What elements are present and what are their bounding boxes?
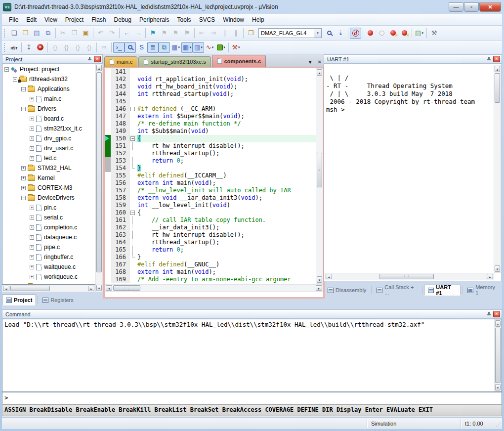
command-vscrollbar[interactable]: ▴ ▾: [494, 319, 502, 391]
show-next-statement-button[interactable]: ↧: [23, 42, 35, 53]
tree-item-cortex-m3[interactable]: +CORTEX-M3: [2, 183, 102, 193]
tree-expander-icon[interactable]: +: [21, 186, 26, 190]
analysis-window-button[interactable]: ∿▾: [204, 42, 215, 53]
disable-all-breakpoints-button[interactable]: [387, 28, 399, 39]
command-panel-close-icon[interactable]: ×: [493, 311, 500, 317]
scroll-down-icon[interactable]: ▾: [495, 384, 501, 390]
menu-svcs[interactable]: SVCS: [195, 15, 219, 25]
symbol-window-button[interactable]: S: [136, 42, 147, 53]
close-button[interactable]: ✕: [479, 2, 501, 12]
resize-grip[interactable]: [495, 419, 502, 428]
uart-panel-close-icon[interactable]: ×: [493, 56, 500, 62]
configure-target-button[interactable]: ⚒: [428, 28, 440, 39]
tab-uart-1[interactable]: UART #1: [424, 285, 461, 296]
menu-peripherals[interactable]: Peripherals: [135, 15, 173, 25]
step-over-button[interactable]: {}: [61, 42, 72, 53]
tree-expander-icon[interactable]: +: [30, 136, 34, 141]
tab-list-dropdown-icon[interactable]: ▼: [308, 59, 313, 65]
vscroll-thumb[interactable]: [96, 72, 102, 272]
tree-expander-icon[interactable]: +: [30, 156, 34, 161]
tree-expander-icon[interactable]: +: [30, 127, 34, 131]
scroll-down-icon[interactable]: ▾: [317, 276, 322, 283]
uncomment-button[interactable]: ∦: [230, 28, 242, 39]
document-tab-main-c[interactable]: main.c: [104, 56, 137, 67]
navigate-back-button[interactable]: ←: [121, 28, 132, 39]
tree-item-pipe-c[interactable]: +pipe.c: [2, 242, 102, 252]
navigate-forward-button[interactable]: →: [132, 28, 144, 39]
dropdown-arrow-icon[interactable]: ▾: [421, 31, 423, 35]
redo-button[interactable]: ↷: [106, 28, 118, 39]
tab-disassembly[interactable]: Disassembly: [324, 285, 370, 296]
tree-expander-icon[interactable]: +: [30, 275, 34, 279]
toolbox-button[interactable]: ⚒▾: [230, 42, 242, 53]
tree-expander-icon[interactable]: −: [21, 87, 26, 91]
scroll-right-icon[interactable]: ▸: [88, 286, 94, 291]
dropdown-arrow-icon[interactable]: ▾: [238, 45, 240, 49]
tree-expander-icon[interactable]: +: [30, 206, 34, 210]
close-document-icon[interactable]: ✕: [318, 59, 322, 65]
vscroll-thumb[interactable]: [495, 73, 500, 103]
tree-item-led-c[interactable]: +led.c: [2, 153, 102, 163]
tree-expander-icon[interactable]: −: [21, 107, 26, 111]
scroll-right-icon[interactable]: ▸: [487, 274, 493, 279]
vscroll-thumb[interactable]: [495, 328, 501, 383]
tree-expander-icon[interactable]: +: [30, 216, 34, 220]
start-stop-debug-button[interactable]: d: [350, 28, 361, 39]
paste-button[interactable]: ▣: [80, 28, 91, 39]
tree-item-completion-c[interactable]: +completion.c: [2, 222, 102, 232]
tab-call-stack[interactable]: Call Stack + ...: [373, 285, 421, 296]
enable-breakpoint-button[interactable]: [376, 28, 387, 39]
scroll-up-icon[interactable]: ▴: [96, 65, 102, 71]
scroll-up-icon[interactable]: ▴: [495, 320, 501, 327]
call-stack-window-button[interactable]: ⧉: [159, 42, 170, 53]
hscroll-thumb[interactable]: ⋮⋮: [379, 274, 434, 279]
tab-registers[interactable]: Registers: [39, 295, 77, 305]
unindent-button[interactable]: ⇤: [196, 28, 208, 39]
pin-icon[interactable]: [87, 56, 92, 62]
run-to-cursor-button[interactable]: {}: [84, 42, 95, 53]
project-tree-vscrollbar[interactable]: ▴ ▾: [95, 64, 103, 292]
menu-file[interactable]: File: [5, 15, 22, 25]
pin-icon[interactable]: [486, 56, 492, 62]
project-tree-hscrollbar[interactable]: ◂ ▸: [2, 285, 95, 292]
system-viewer-button[interactable]: ▾: [215, 42, 227, 53]
tree-expander-icon[interactable]: +: [30, 255, 34, 259]
dropdown-arrow-icon[interactable]: ▾: [201, 45, 203, 49]
tree-expander-icon[interactable]: +: [30, 146, 34, 151]
tree-expander-icon[interactable]: +: [21, 166, 26, 171]
title-bar[interactable]: Vs D:\rt-thread\rt-thread-3.0.3\bsp\stm3…: [0, 0, 504, 14]
project-panel-close-icon[interactable]: ×: [94, 56, 101, 62]
scroll-down-icon[interactable]: ▾: [96, 285, 102, 291]
undo-button[interactable]: ↶: [95, 28, 106, 39]
hscroll-thumb[interactable]: [10, 286, 50, 291]
cut-button[interactable]: ✂: [57, 28, 69, 39]
run-button[interactable]: ⇒: [98, 42, 110, 53]
tree-item-kernel[interactable]: +Kernel: [2, 173, 102, 183]
clear-bookmarks-button[interactable]: ⚑: [181, 28, 193, 39]
tree-item-drv-usart-c[interactable]: +drv_usart.c: [2, 143, 102, 153]
combo-dropdown-icon[interactable]: ▾: [314, 29, 321, 38]
menu-window[interactable]: Window: [219, 15, 248, 25]
memory-window-button[interactable]: ▦▾: [181, 42, 193, 53]
search-combobox[interactable]: DMA2_FLAG_GL4▾: [258, 28, 322, 38]
maximize-button[interactable]: ▫: [464, 2, 479, 12]
tree-expander-icon[interactable]: +: [30, 265, 34, 269]
scroll-left-icon[interactable]: ◂: [3, 286, 9, 291]
menu-help[interactable]: Help: [248, 15, 268, 25]
scroll-up-icon[interactable]: ▴: [495, 66, 500, 72]
dropdown-arrow-icon[interactable]: ▾: [178, 45, 180, 49]
copy-button[interactable]: ❐: [69, 28, 80, 39]
tree-item-pin-c[interactable]: +pin.c: [2, 203, 102, 213]
uart-terminal[interactable]: \ | / - RT - Thread Operating System / |…: [324, 64, 502, 281]
disassembly-window-button[interactable]: [125, 42, 136, 53]
project-tree[interactable]: −Project: project−rtthread-stm32−Applica…: [2, 64, 103, 285]
menu-flash[interactable]: Flash: [87, 15, 110, 25]
tree-item-workqueue-c[interactable]: +workqueue.c: [2, 272, 102, 282]
tree-item-devicedrivers[interactable]: −DeviceDrivers: [2, 193, 102, 203]
tree-expander-icon[interactable]: −: [13, 77, 17, 82]
tree-item-dataqueue-c[interactable]: +dataqueue.c: [2, 232, 102, 242]
new-file-button[interactable]: ❏: [8, 28, 20, 39]
tree-item-waitqueue-c[interactable]: +waitqueue.c: [2, 262, 102, 272]
registers-window-button[interactable]: ≣: [147, 42, 159, 53]
tree-expander-icon[interactable]: +: [30, 235, 34, 240]
